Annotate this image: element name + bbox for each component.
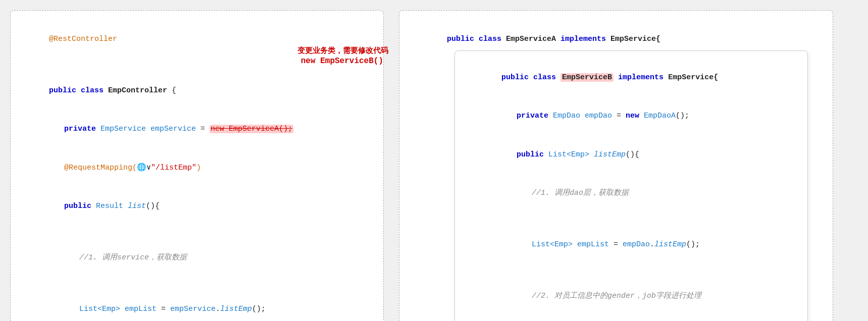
code-line-class: public class EmpController { bbox=[22, 71, 372, 110]
code-line-field: private EmpService empService = new EmpS… bbox=[22, 110, 372, 149]
code-line-emplist: List<Emp> empList = empService.listEmp()… bbox=[22, 290, 372, 322]
empserviceb-highlight: EmpServiceB bbox=[560, 73, 614, 82]
annotation-new: new EmpServiceB() bbox=[301, 57, 383, 66]
code-line-blank3 bbox=[22, 277, 372, 290]
code-line-method: public Result list(){ bbox=[22, 187, 372, 226]
code-line-comment1: //1. 调用service，获取数据 bbox=[22, 239, 372, 278]
code-line-blank2 bbox=[22, 226, 372, 239]
overlay-card: public class EmpServiceB implements EmpS… bbox=[454, 50, 808, 321]
main-container: 变更业务类，需要修改代码 new EmpServiceB() @RestCont… bbox=[10, 10, 858, 321]
right-panel: public class EmpServiceA implements EmpS… bbox=[399, 10, 833, 321]
code-line-mapping: @RequestMapping(🌐∨"/listEmp") bbox=[22, 148, 372, 187]
annotation-box: 变更业务类，需要修改代码 new EmpServiceB() bbox=[297, 46, 388, 66]
left-panel: 变更业务类，需要修改代码 new EmpServiceB() @RestCont… bbox=[10, 10, 384, 321]
annotation-title: 变更业务类，需要修改代码 bbox=[297, 46, 388, 56]
